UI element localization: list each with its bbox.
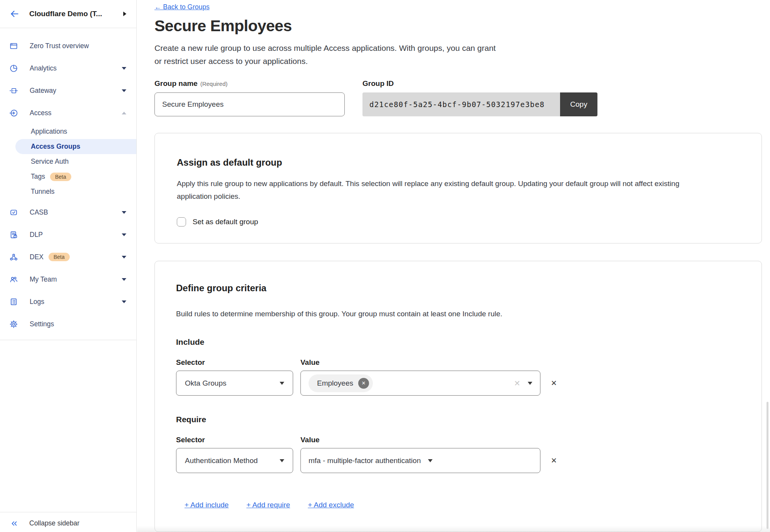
sidebar-item-tags[interactable]: Tags Beta: [0, 169, 136, 184]
sidebar-divider: [0, 340, 136, 340]
chevron-down-icon[interactable]: [122, 89, 126, 92]
sidebar-item-my-team[interactable]: My Team: [0, 268, 136, 290]
sidebar-item-analytics[interactable]: Analytics: [0, 57, 136, 79]
sidebar-item-tunnels[interactable]: Tunnels: [0, 184, 136, 199]
sidebar-item-applications[interactable]: Applications: [0, 124, 136, 139]
copy-button[interactable]: Copy: [560, 92, 597, 116]
require-value-label: Value: [300, 436, 320, 444]
app: Cloudflare Demo (T... Zero Trust overvie…: [0, 0, 770, 532]
access-icon: [9, 109, 18, 117]
set-default-group-checkbox[interactable]: [177, 217, 186, 227]
default-group-card-title: Assign as default group: [177, 157, 740, 168]
collapse-chevrons-icon: [10, 519, 18, 528]
require-value-dropdown[interactable]: mfa - multiple-factor authentication: [300, 448, 540, 473]
back-arrow-icon[interactable]: [10, 9, 19, 18]
chevron-down-icon: [528, 382, 532, 385]
include-selector-label: Selector: [176, 358, 300, 367]
chevron-down-icon: [428, 459, 433, 462]
main-content: ← Back to Groups Secure Employees Create…: [137, 0, 770, 532]
beta-badge: Beta: [49, 253, 70, 261]
group-name-id-row: Group name(Required) Group ID d21ce80f-5…: [154, 79, 762, 116]
overview-window-icon: [9, 42, 18, 50]
chevron-up-icon[interactable]: [122, 112, 126, 114]
remove-require-rule-button[interactable]: ✕: [551, 456, 557, 465]
require-section-title: Require: [176, 415, 740, 424]
group-id-value: d21ce80f-5a25-4bcf-9b07-5032197e3be8: [362, 92, 560, 116]
sidebar-header: Cloudflare Demo (T...: [0, 0, 136, 28]
include-value-multiselect[interactable]: Employees ✕ ✕: [300, 371, 540, 396]
chevron-down-icon[interactable]: [122, 211, 126, 214]
chevron-down-icon: [280, 459, 284, 462]
include-labels-row: Selector Value: [176, 358, 740, 367]
criteria-card-description: Build rules to determine membership of t…: [176, 310, 740, 318]
default-group-card: Assign as default group Apply this rule …: [154, 133, 762, 243]
group-id-label: Group ID: [362, 79, 394, 87]
group-name-input[interactable]: [154, 92, 345, 116]
group-id-row: d21ce80f-5a25-4bcf-9b07-5032197e3be8 Cop…: [362, 92, 597, 116]
collapse-sidebar-button[interactable]: Collapse sidebar: [0, 512, 136, 532]
dex-network-icon: [9, 253, 18, 262]
group-name-label: Group name: [154, 79, 198, 87]
sidebar-item-access-groups[interactable]: Access Groups: [15, 139, 136, 154]
analytics-pie-icon: [9, 64, 18, 73]
clear-values-icon[interactable]: ✕: [514, 379, 520, 388]
criteria-card-title: Define group criteria: [176, 283, 740, 294]
page-description: Create a new rule group to use across mu…: [154, 42, 762, 68]
add-rule-links: + Add include + Add require + Add exclud…: [185, 501, 740, 509]
include-selector-dropdown[interactable]: Okta Groups: [176, 371, 293, 396]
dlp-document-lock-icon: [9, 230, 18, 239]
sidebar-item-zero-trust-overview[interactable]: Zero Trust overview: [0, 35, 136, 57]
sidebar: Cloudflare Demo (T... Zero Trust overvie…: [0, 0, 137, 532]
required-hint: (Required): [200, 81, 228, 87]
add-require-link[interactable]: + Add require: [247, 501, 290, 509]
value-chip: Employees ✕: [309, 374, 373, 392]
sidebar-item-service-auth[interactable]: Service Auth: [0, 154, 136, 169]
vertical-scrollbar[interactable]: [767, 402, 768, 529]
team-people-icon: [9, 275, 18, 284]
chevron-down-icon[interactable]: [122, 233, 126, 236]
page-title: Secure Employees: [154, 17, 762, 35]
casb-check-icon: [9, 208, 18, 217]
beta-badge: Beta: [50, 173, 71, 181]
add-include-link[interactable]: + Add include: [185, 501, 229, 509]
chevron-down-icon[interactable]: [122, 300, 126, 303]
chip-remove-icon[interactable]: ✕: [358, 378, 369, 389]
default-group-card-description: Apply this rule group to new application…: [177, 177, 740, 203]
set-default-group-label: Set as default group: [193, 218, 258, 226]
sidebar-item-dex[interactable]: DEX Beta: [0, 246, 136, 268]
account-title: Cloudflare Demo (T...: [29, 10, 102, 18]
sidebar-item-dlp[interactable]: DLP: [0, 223, 136, 246]
include-section-title: Include: [176, 337, 740, 347]
gateway-icon: [9, 86, 18, 95]
back-to-groups-link[interactable]: ← Back to Groups: [154, 3, 210, 11]
include-value-label: Value: [300, 358, 320, 367]
require-rule-row: Authentication Method mfa - multiple-fac…: [176, 448, 740, 473]
group-name-field: Group name(Required): [154, 79, 345, 116]
sidebar-item-gateway[interactable]: Gateway: [0, 79, 136, 102]
chevron-down-icon[interactable]: [122, 67, 126, 70]
set-default-group-row[interactable]: Set as default group: [177, 217, 740, 227]
sidebar-item-settings[interactable]: Settings: [0, 313, 136, 335]
chevron-down-icon[interactable]: [122, 256, 126, 258]
add-exclude-link[interactable]: + Add exclude: [308, 501, 354, 509]
sidebar-nav: Zero Trust overview Analytics: [0, 28, 136, 340]
include-rule-row: Okta Groups Employees ✕ ✕ ✕: [176, 371, 740, 396]
sidebar-item-casb[interactable]: CASB: [0, 201, 136, 223]
require-selector-dropdown[interactable]: Authentication Method: [176, 448, 293, 473]
criteria-card: Define group criteria Build rules to det…: [154, 261, 762, 532]
chevron-down-icon[interactable]: [122, 278, 126, 281]
require-selector-label: Selector: [176, 436, 300, 444]
require-labels-row: Selector Value: [176, 436, 740, 444]
gear-icon: [9, 320, 18, 329]
remove-include-rule-button[interactable]: ✕: [551, 379, 557, 388]
sidebar-item-access[interactable]: Access: [0, 102, 136, 124]
logs-document-icon: [9, 297, 18, 306]
expand-right-icon[interactable]: [123, 12, 126, 16]
group-id-field: Group ID d21ce80f-5a25-4bcf-9b07-5032197…: [362, 79, 597, 116]
chevron-down-icon: [280, 382, 284, 385]
sidebar-item-logs[interactable]: Logs: [0, 290, 136, 313]
